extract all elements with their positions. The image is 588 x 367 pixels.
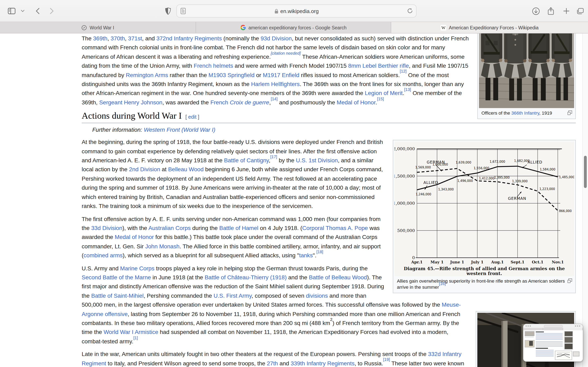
privacy-report-button[interactable] <box>163 6 173 16</box>
wiki-link[interactable]: John Monash <box>145 243 180 249</box>
svg-text:1,339,000: 1,339,000 <box>512 180 527 183</box>
officers-photo[interactable] <box>479 33 574 108</box>
svg-text:1,584,000: 1,584,000 <box>540 168 555 171</box>
share-button[interactable] <box>546 6 556 16</box>
wiki-link[interactable]: M1917 Enfield <box>263 72 299 78</box>
svg-text:1,395,000: 1,395,000 <box>494 176 510 180</box>
wikipedia-article: Officers of the 366th Infantry, 1919 The… <box>82 34 576 367</box>
wiki-link[interactable]: Meuse-Argonne offensive <box>82 301 461 317</box>
wiki-link[interactable]: 371st <box>128 35 142 42</box>
wiki-link[interactable]: U.S. 1st Division <box>296 157 338 164</box>
wiki-link[interactable]: Croix de guerre <box>230 99 269 106</box>
downloads-button[interactable] <box>531 6 541 16</box>
svg-text:500,000: 500,000 <box>397 228 415 233</box>
wiki-link[interactable]: 366th Infantry <box>511 110 539 115</box>
wiki-link[interactable]: Battle of Hamel <box>219 225 258 231</box>
safari-window: en.wikipedia.org <box>0 0 588 367</box>
reader-mode-icon[interactable] <box>181 8 186 16</box>
compass-icon <box>81 25 87 30</box>
enlarge-icon[interactable] <box>568 110 572 117</box>
svg-text:June 1: June 1 <box>450 260 464 264</box>
wiki-link[interactable]: 370th <box>111 35 125 42</box>
wiki-link[interactable]: Medal of Honor <box>115 234 154 240</box>
wiki-link[interactable]: divisions <box>306 292 328 299</box>
chart-image[interactable]: 2,000,0001,500,0001,000,000500,0000Apr.1… <box>394 142 574 276</box>
reference-link[interactable]: [14] <box>271 96 277 101</box>
wiki-link[interactable]: 369th <box>93 35 107 42</box>
wiki-link[interactable]: 93d Division <box>260 35 292 42</box>
wiki-link[interactable]: Marine Corps <box>120 265 154 271</box>
address-bar[interactable]: en.wikipedia.org <box>176 4 416 17</box>
forward-chevron-icon <box>50 8 54 14</box>
page-content: Officers of the 366th Infantry, 1919 The… <box>0 33 588 367</box>
wiki-link[interactable]: combined arms <box>84 252 122 259</box>
svg-text:1,500,000: 1,500,000 <box>394 174 415 179</box>
wikipedia-icon: W <box>441 25 446 30</box>
browser-toolbar: en.wikipedia.org <box>0 0 588 22</box>
tab-world-war-i[interactable]: World War I <box>0 22 196 33</box>
wiki-link[interactable]: Harlem Hellfighters <box>251 81 300 87</box>
reference-link[interactable]: [12] <box>400 69 406 74</box>
reference-link[interactable]: [citation needed] <box>271 51 301 55</box>
wiki-link[interactable]: French helmets <box>194 62 233 69</box>
officers-figure: Officers of the 366th Infantry, 1919 <box>477 33 576 119</box>
wiki-link[interactable]: Second Battle of the Marne <box>82 274 151 281</box>
wiki-link[interactable]: U.S. First Army <box>214 292 251 299</box>
wiki-link[interactable]: French <box>210 99 230 106</box>
svg-text:0: 0 <box>412 256 415 260</box>
wiki-link[interactable]: Remington Arms <box>126 72 168 78</box>
back-chevron-icon <box>35 8 40 14</box>
sidebar-toggle-button[interactable] <box>7 6 16 16</box>
wiki-link[interactable]: 372nd Infantry Regiments <box>156 35 222 42</box>
svg-text:ALLIED: ALLIED <box>424 180 438 185</box>
wiki-link[interactable]: Sergeant Henry Johnson <box>99 99 163 106</box>
sidebar-chevron-button[interactable] <box>20 6 25 16</box>
wiki-link[interactable]: Battle of Cantigny <box>224 157 269 164</box>
plus-icon <box>563 8 570 14</box>
wiki-link[interactable]: Medal of Honor <box>337 99 375 106</box>
wiki-link[interactable]: World War I Armistice <box>104 329 158 335</box>
tab-wikipedia-aef[interactable]: WAmerican Expeditionary Forces - Wikiped… <box>391 22 588 33</box>
wiki-link[interactable]: Legion of Merit <box>365 90 403 96</box>
reference-link[interactable]: [1] <box>133 335 138 340</box>
page-preview-overlay[interactable] <box>523 324 583 362</box>
shield-icon <box>165 7 171 15</box>
wiki-link[interactable]: tanks <box>299 252 313 259</box>
preview-url-pill <box>544 325 563 328</box>
wiki-link[interactable]: Belleau Wood <box>168 166 204 173</box>
forward-button[interactable] <box>47 6 57 16</box>
tab-overview-button[interactable] <box>575 6 585 16</box>
svg-text:May 1: May 1 <box>430 260 443 264</box>
wiki-link[interactable]: M1903 Springfield <box>208 72 255 78</box>
reference-link[interactable]: [17] <box>270 155 277 159</box>
hatnote-link[interactable]: Western Front (World War I) <box>144 127 215 133</box>
wiki-link[interactable]: 8mm Lebel Berthier rifle <box>348 62 409 69</box>
reference-link[interactable]: [16] <box>439 281 446 286</box>
scrollbar-track[interactable] <box>582 33 588 367</box>
wiki-link[interactable]: Battle of Château-Thierry (1918) <box>205 274 287 281</box>
wiki-link[interactable]: Corporal Thomas A. Pope <box>302 225 368 231</box>
svg-text:1,343,000: 1,343,000 <box>438 188 454 192</box>
new-tab-button[interactable] <box>562 6 571 16</box>
tab-google-search[interactable]: american expeditionary forces - Google S… <box>196 22 391 33</box>
reference-link[interactable]: [19] <box>383 358 390 362</box>
back-button[interactable] <box>33 6 43 16</box>
wiki-link[interactable]: 33d Division <box>91 225 122 231</box>
url-text: en.wikipedia.org <box>280 8 319 14</box>
wiki-link[interactable]: 27th <box>267 360 278 366</box>
svg-text:Apr.1: Apr.1 <box>411 260 423 264</box>
reference-link[interactable]: [15] <box>377 96 384 101</box>
edit-section-link[interactable]: edit <box>188 114 196 120</box>
officers-caption: Officers of the 366th Infantry, 1919 <box>479 108 574 117</box>
refresh-button[interactable] <box>407 8 413 16</box>
wiki-link[interactable]: Battle of Saint-Mihiel <box>91 292 144 299</box>
wiki-link[interactable]: Australian Corps <box>148 225 191 231</box>
wiki-link[interactable]: Battle of Belleau Wood <box>309 274 367 281</box>
tab-bar: World War Iamerican expeditionary forces… <box>0 22 588 33</box>
reference-link[interactable]: [18] <box>316 250 323 254</box>
reference-link[interactable]: [13] <box>404 87 411 92</box>
scrollbar-thumb[interactable] <box>584 156 587 188</box>
wiki-link[interactable]: 2nd Division <box>129 166 160 173</box>
wiki-link[interactable]: 339th Infantry Regiments <box>291 360 355 366</box>
enlarge-icon[interactable] <box>568 279 572 285</box>
